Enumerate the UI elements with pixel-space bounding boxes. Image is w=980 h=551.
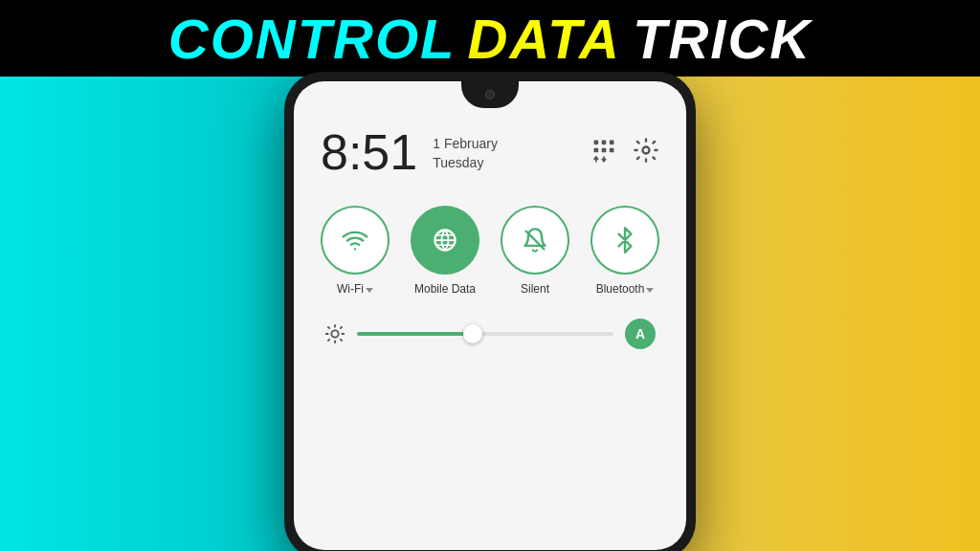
- svg-rect-4: [602, 148, 607, 153]
- quick-toggles: Wi-Fi: [321, 206, 659, 296]
- brightness-thumb[interactable]: [463, 324, 482, 343]
- header-icons: [590, 127, 659, 164]
- top-banner: CONTROL DATA TRICK: [0, 0, 980, 77]
- toggle-bluetooth[interactable]: Bluetooth: [590, 206, 659, 296]
- phone-wrapper: 8:51 1 February Tuesday: [241, 72, 739, 551]
- brightness-fill: [357, 332, 473, 336]
- settings-icon[interactable]: [633, 137, 659, 164]
- silent-circle[interactable]: [501, 206, 569, 275]
- status-bar: 8:51 1 February Tuesday: [321, 120, 659, 177]
- date-line2: Tuesday: [433, 154, 498, 173]
- bluetooth-label-wrapper: Bluetooth: [596, 282, 655, 296]
- svg-point-10: [331, 330, 338, 337]
- title-control: CONTROL: [168, 7, 457, 71]
- svg-point-6: [643, 147, 650, 154]
- bluetooth-arrow: [646, 288, 654, 293]
- globe-icon: [432, 227, 458, 253]
- silent-label: Silent: [521, 282, 549, 296]
- phone-screen: 8:51 1 February Tuesday: [294, 81, 686, 550]
- toggle-silent[interactable]: Silent: [501, 206, 569, 296]
- title-data: DATA: [468, 7, 621, 71]
- wifi-label-wrapper: Wi-Fi: [337, 282, 373, 296]
- toggle-mobile-data[interactable]: Mobile Data: [411, 206, 479, 296]
- brightness-icon: [324, 323, 345, 344]
- mobile-data-circle[interactable]: [411, 206, 479, 275]
- silent-icon: [522, 227, 548, 253]
- clock-time: 8:51: [321, 127, 417, 177]
- bluetooth-label: Bluetooth: [596, 282, 645, 296]
- auto-label: A: [635, 326, 645, 342]
- screen-content: 8:51 1 February Tuesday: [294, 81, 686, 368]
- time-section: 8:51 1 February Tuesday: [321, 127, 498, 177]
- date-section: 1 February Tuesday: [433, 131, 498, 172]
- svg-rect-2: [610, 141, 614, 145]
- wifi-circle[interactable]: [321, 206, 390, 275]
- wifi-label: Wi-Fi: [337, 282, 364, 296]
- bluetooth-circle[interactable]: [590, 206, 659, 275]
- svg-rect-3: [594, 148, 599, 153]
- toggle-wifi[interactable]: Wi-Fi: [321, 206, 390, 296]
- bluetooth-icon: [612, 227, 638, 253]
- svg-rect-5: [610, 148, 614, 153]
- date-line1: 1 February: [433, 135, 498, 154]
- grid-icon[interactable]: [590, 137, 617, 164]
- wifi-icon: [342, 227, 368, 253]
- title-trick: TRICK: [633, 7, 812, 71]
- wifi-arrow: [366, 288, 373, 293]
- phone-outer: 8:51 1 February Tuesday: [284, 72, 696, 551]
- svg-point-7: [354, 248, 356, 250]
- brightness-slider[interactable]: [357, 332, 613, 336]
- auto-brightness-button[interactable]: A: [625, 319, 656, 349]
- svg-rect-1: [602, 141, 607, 145]
- brightness-row: A: [321, 319, 659, 349]
- camera: [485, 90, 495, 99]
- svg-rect-0: [594, 141, 599, 145]
- mobile-data-label: Mobile Data: [414, 282, 476, 296]
